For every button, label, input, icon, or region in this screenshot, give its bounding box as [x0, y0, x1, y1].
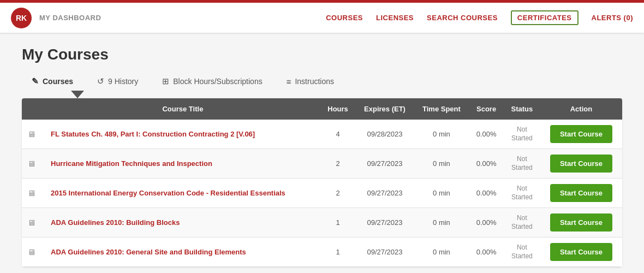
- row-action-cell: Start Course: [540, 238, 622, 267]
- nav-licenses[interactable]: LICENSES: [376, 14, 414, 22]
- courses-tab-icon: ✎: [32, 76, 39, 86]
- row-time-spent: 0 min: [414, 149, 469, 179]
- nav-search-courses[interactable]: SEARCH COURSES: [427, 14, 498, 22]
- course-laptop-icon: 🖥: [27, 129, 35, 139]
- top-bar-left: RK MY DASHBOARD: [11, 8, 101, 28]
- course-laptop-icon: 🖥: [27, 159, 35, 168]
- col-icon: [22, 98, 45, 120]
- start-course-button[interactable]: Start Course: [550, 243, 612, 261]
- row-expires: 09/27/2023: [355, 149, 414, 179]
- avatar: RK: [11, 8, 32, 28]
- row-hours: 1: [320, 238, 355, 267]
- row-time-spent: 0 min: [414, 208, 469, 238]
- tab-active-arrow: [71, 91, 84, 98]
- row-course-title: ADA Guidelines 2010: General Site and Bu…: [45, 238, 320, 267]
- row-course-title: Hurricane Mitigation Techniques and Insp…: [45, 149, 320, 179]
- header: RK MY DASHBOARD COURSES LICENSES SEARCH …: [0, 0, 644, 33]
- tab-block-hours[interactable]: ⊞ Block Hours/Subscriptions: [152, 72, 272, 91]
- tab-history[interactable]: ↺ 9 History: [87, 72, 148, 91]
- course-laptop-icon: 🖥: [27, 188, 35, 198]
- row-icon-cell: 🖥: [22, 179, 45, 208]
- instructions-tab-icon: ≡: [287, 77, 291, 86]
- tab-courses[interactable]: ✎ Courses: [22, 72, 83, 91]
- dashboard-label: MY DASHBOARD: [39, 14, 101, 22]
- tabs-bar: ✎ Courses ↺ 9 History ⊞ Block Hours/Subs…: [22, 72, 622, 91]
- start-course-button[interactable]: Start Course: [550, 125, 612, 143]
- row-score: 0.00%: [469, 120, 504, 149]
- table-header-row: Course Title Hours Expires (ET) Time Spe…: [22, 98, 622, 120]
- page-title: My Courses: [22, 46, 622, 63]
- course-laptop-icon: 🖥: [27, 247, 35, 257]
- row-score: 0.00%: [469, 179, 504, 208]
- top-nav: COURSES LICENSES SEARCH COURSES CERTIFIC…: [326, 10, 633, 25]
- nav-certificates[interactable]: CERTIFICATES: [511, 10, 579, 25]
- row-hours: 2: [320, 149, 355, 179]
- row-expires: 09/27/2023: [355, 179, 414, 208]
- col-status: Status: [504, 98, 540, 120]
- row-status: NotStarted: [504, 120, 540, 149]
- col-score: Score: [469, 98, 504, 120]
- row-time-spent: 0 min: [414, 179, 469, 208]
- table-row: 🖥 ADA Guidelines 2010: Building Blocks 1…: [22, 208, 622, 238]
- table-row: 🖥 Hurricane Mitigation Techniques and In…: [22, 149, 622, 179]
- col-expires: Expires (ET): [355, 98, 414, 120]
- row-time-spent: 0 min: [414, 238, 469, 267]
- nav-courses[interactable]: COURSES: [326, 14, 363, 22]
- row-icon-cell: 🖥: [22, 208, 45, 238]
- tab-courses-label: Courses: [43, 77, 73, 86]
- block-hours-tab-icon: ⊞: [162, 76, 169, 86]
- start-course-button[interactable]: Start Course: [550, 184, 612, 202]
- tab-block-hours-label: Block Hours/Subscriptions: [173, 77, 262, 86]
- col-action: Action: [540, 98, 622, 120]
- start-course-button[interactable]: Start Course: [550, 155, 612, 173]
- row-hours: 2: [320, 179, 355, 208]
- table-row: 🖥 2015 International Energy Conservation…: [22, 179, 622, 208]
- table-row: 🖥 ADA Guidelines 2010: General Site and …: [22, 238, 622, 267]
- row-hours: 4: [320, 120, 355, 149]
- row-status: NotStarted: [504, 208, 540, 238]
- row-status: NotStarted: [504, 179, 540, 208]
- row-action-cell: Start Course: [540, 149, 622, 179]
- col-course-title: Course Title: [45, 98, 320, 120]
- row-time-spent: 0 min: [414, 120, 469, 149]
- table-row: 🖥 FL Statutes Ch. 489, Part I: Construct…: [22, 120, 622, 149]
- row-score: 0.00%: [469, 149, 504, 179]
- courses-table-wrapper: Course Title Hours Expires (ET) Time Spe…: [22, 98, 622, 267]
- row-action-cell: Start Course: [540, 179, 622, 208]
- row-icon-cell: 🖥: [22, 149, 45, 179]
- main-content: My Courses ✎ Courses ↺ 9 History ⊞ Block…: [0, 33, 644, 273]
- row-course-title: ADA Guidelines 2010: Building Blocks: [45, 208, 320, 238]
- history-tab-icon: ↺: [97, 76, 104, 86]
- row-expires: 09/28/2023: [355, 120, 414, 149]
- row-status: NotStarted: [504, 149, 540, 179]
- row-action-cell: Start Course: [540, 208, 622, 238]
- row-icon-cell: 🖥: [22, 238, 45, 267]
- courses-table: Course Title Hours Expires (ET) Time Spe…: [22, 98, 622, 267]
- row-hours: 1: [320, 208, 355, 238]
- row-score: 0.00%: [469, 208, 504, 238]
- col-hours: Hours: [320, 98, 355, 120]
- row-action-cell: Start Course: [540, 120, 622, 149]
- row-expires: 09/27/2023: [355, 208, 414, 238]
- nav-alerts[interactable]: ALERTS (0): [592, 14, 634, 22]
- row-icon-cell: 🖥: [22, 120, 45, 149]
- row-score: 0.00%: [469, 238, 504, 267]
- tab-instructions[interactable]: ≡ Instructions: [277, 73, 344, 91]
- tab-history-label: 9 History: [108, 77, 138, 86]
- row-status: NotStarted: [504, 238, 540, 267]
- tab-instructions-label: Instructions: [295, 77, 334, 86]
- row-course-title: 2015 International Energy Conservation C…: [45, 179, 320, 208]
- course-laptop-icon: 🖥: [27, 218, 35, 227]
- col-time-spent: Time Spent: [414, 98, 469, 120]
- start-course-button[interactable]: Start Course: [550, 213, 612, 232]
- row-course-title: FL Statutes Ch. 489, Part I: Constructio…: [45, 120, 320, 149]
- row-expires: 09/27/2023: [355, 238, 414, 267]
